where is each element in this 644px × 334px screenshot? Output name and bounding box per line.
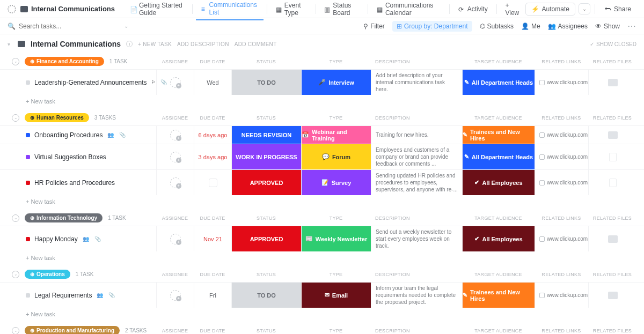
file-thumb[interactable] xyxy=(608,79,618,86)
assignee-cell[interactable] xyxy=(156,283,194,308)
related-links-cell[interactable]: www.clickup.com xyxy=(535,70,588,95)
status-square-icon[interactable] xyxy=(26,237,30,241)
task-name-cell[interactable]: Happy Monday👥📎 xyxy=(26,226,156,251)
type-cell[interactable]: 📰Weekly Newsletter xyxy=(301,226,371,251)
task-name-cell[interactable]: Virtual Suggestion Boxes xyxy=(26,144,156,169)
description-cell[interactable]: Employees and customers of a company or … xyxy=(371,144,462,169)
target-audience-cell[interactable]: ✎Trainees and New Hires xyxy=(462,126,535,144)
related-files-cell[interactable] xyxy=(588,283,636,308)
file-thumb[interactable] xyxy=(608,235,618,243)
due-date-cell[interactable]: Fri xyxy=(194,283,231,308)
subtasks-button[interactable]: ⌬Subtasks xyxy=(480,23,514,30)
assignee-cell[interactable] xyxy=(156,126,194,144)
assignee-cell[interactable] xyxy=(156,226,194,251)
task-row[interactable]: Onboarding Procedures👥📎6 days agoNEEDS R… xyxy=(0,125,644,144)
file-thumb[interactable] xyxy=(608,131,618,139)
new-task-button[interactable]: + New task xyxy=(0,95,644,110)
add-description-button[interactable]: ADD DESCRIPTION xyxy=(177,41,229,47)
task-name-cell[interactable]: Legal Requirements👥📎 xyxy=(26,283,156,308)
status-square-icon[interactable] xyxy=(26,181,30,185)
new-task-button[interactable]: + NEW TASK xyxy=(138,41,172,47)
file-thumb[interactable] xyxy=(608,292,618,299)
file-placeholder-icon[interactable] xyxy=(609,179,617,187)
view-tab-getting-started-guide[interactable]: 📄Getting Started Guide xyxy=(125,0,189,20)
collapse-list-icon[interactable]: ▾ xyxy=(8,41,10,47)
type-cell[interactable]: 📅Webinar and Training xyxy=(301,126,371,144)
due-date-cell[interactable]: Wed xyxy=(194,70,231,95)
related-links-cell[interactable]: www.clickup.com xyxy=(535,126,588,144)
show-closed-button[interactable]: ✓SHOW CLOSED xyxy=(590,41,636,47)
type-cell[interactable]: 📝Survey xyxy=(301,170,371,195)
task-name-cell[interactable]: Leadership-Generated Announcements🏳📎 xyxy=(26,70,156,95)
related-files-cell[interactable] xyxy=(588,170,636,195)
target-audience-cell[interactable]: ✎All Department Heads xyxy=(462,70,535,95)
show-button[interactable]: 👁Show xyxy=(595,23,620,30)
group-pill[interactable]: ⊕Human Resources xyxy=(25,113,89,122)
status-square-icon[interactable] xyxy=(26,293,30,298)
related-links-cell[interactable]: www.clickup.com xyxy=(535,283,588,308)
group-pill[interactable]: ⊕Production and Manufacturing xyxy=(25,326,120,334)
related-files-cell[interactable] xyxy=(588,144,636,169)
description-cell[interactable]: Training for new hires. xyxy=(371,126,462,144)
type-cell[interactable]: 💬Forum xyxy=(301,144,371,169)
task-name-cell[interactable]: HR Policies and Procedures xyxy=(26,170,156,195)
assignee-cell[interactable] xyxy=(156,170,194,195)
view-tab-communications-calendar[interactable]: ▦Communications Calendar xyxy=(371,0,446,20)
due-date-cell[interactable]: 3 days ago xyxy=(194,144,231,169)
status-square-icon[interactable] xyxy=(26,155,30,159)
group-collapse-icon[interactable]: ⌄ xyxy=(12,327,19,335)
target-audience-cell[interactable]: ✔All Employees xyxy=(462,170,535,195)
automate-button[interactable]: ⚡ Automate xyxy=(525,3,575,16)
task-row[interactable]: Legal Requirements👥📎FriTO DO✉EmailInform… xyxy=(0,282,644,308)
assignee-cell[interactable] xyxy=(156,144,194,169)
group-pill[interactable]: ⊕Finance and Accounting xyxy=(25,57,104,66)
description-cell[interactable]: Sending updated HR policies and procedur… xyxy=(371,170,462,195)
status-cell[interactable]: APPROVED xyxy=(231,170,301,195)
search-input[interactable] xyxy=(19,23,105,30)
info-icon[interactable]: i xyxy=(126,41,133,47)
type-cell[interactable]: 🎤Interview xyxy=(301,70,371,95)
target-audience-cell[interactable]: ✔All Employees xyxy=(462,226,535,251)
group-pill[interactable]: ⊕Information Technology xyxy=(25,213,103,222)
task-row[interactable]: Leadership-Generated Announcements🏳📎WedT… xyxy=(0,69,644,95)
more-options-button[interactable]: ⋯ xyxy=(627,21,636,31)
file-placeholder-icon[interactable] xyxy=(609,153,617,161)
task-row[interactable]: Happy Monday👥📎Nov 21APPROVED📰Weekly News… xyxy=(0,226,644,251)
due-date-cell[interactable]: Nov 21 xyxy=(194,226,231,251)
view-tab-activity[interactable]: ⟳Activity xyxy=(453,2,493,16)
task-name-cell[interactable]: Onboarding Procedures👥📎 xyxy=(26,126,156,144)
due-date-cell[interactable]: 6 days ago xyxy=(194,126,231,144)
description-cell[interactable]: Inform your team the legal requirements … xyxy=(371,283,462,308)
status-square-icon[interactable] xyxy=(26,133,30,137)
task-row[interactable]: Virtual Suggestion Boxes3 days agoWORK I… xyxy=(0,144,644,169)
group-by-button[interactable]: ⊞Group by: Department xyxy=(392,21,472,32)
filter-button[interactable]: ⚲Filter xyxy=(363,23,385,30)
target-audience-cell[interactable]: ✎Trainees and New Hires xyxy=(462,283,535,308)
add-comment-button[interactable]: ADD COMMENT xyxy=(235,41,277,47)
group-collapse-icon[interactable]: ⌄ xyxy=(12,271,19,278)
status-cell[interactable]: TO DO xyxy=(231,283,301,308)
target-audience-cell[interactable]: ✎All Department Heads xyxy=(462,144,535,169)
task-row[interactable]: HR Policies and ProceduresAPPROVED📝Surve… xyxy=(0,169,644,195)
group-collapse-icon[interactable]: ⌄ xyxy=(12,58,19,65)
related-files-cell[interactable] xyxy=(588,126,636,144)
view-tab-communications-list[interactable]: ≡Communications List xyxy=(196,0,264,20)
related-links-cell[interactable]: www.clickup.com xyxy=(535,226,588,251)
type-cell[interactable]: ✉Email xyxy=(301,283,371,308)
share-button[interactable]: ⮪ Share xyxy=(599,3,636,15)
related-files-cell[interactable] xyxy=(588,70,636,95)
new-task-button[interactable]: + New task xyxy=(0,195,644,210)
related-links-cell[interactable]: www.clickup.com xyxy=(535,170,588,195)
new-task-button[interactable]: + New task xyxy=(0,308,644,323)
status-cell[interactable]: TO DO xyxy=(231,70,301,95)
me-button[interactable]: 👤Me xyxy=(521,23,540,30)
group-pill[interactable]: ⊕Operations xyxy=(25,270,70,279)
group-collapse-icon[interactable]: ⌄ xyxy=(12,114,19,122)
view-tab-event-type[interactable]: ▦Event Type xyxy=(270,0,312,20)
description-cell[interactable]: Add brief description of your internal c… xyxy=(371,70,462,95)
search-dropdown-icon[interactable]: ⌄ xyxy=(124,23,128,29)
due-date-cell[interactable] xyxy=(194,170,231,195)
status-cell[interactable]: NEEDS REVISION xyxy=(231,126,301,144)
related-links-cell[interactable]: www.clickup.com xyxy=(535,144,588,169)
related-files-cell[interactable] xyxy=(588,226,636,251)
